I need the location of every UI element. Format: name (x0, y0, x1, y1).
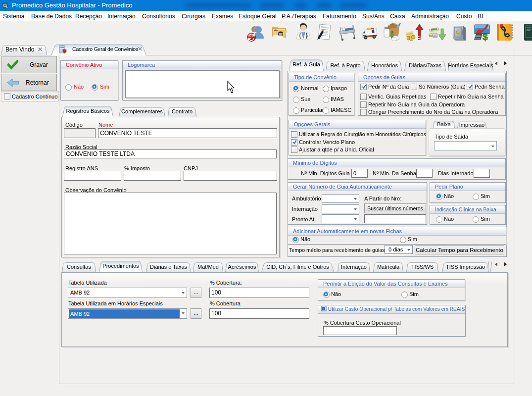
svg-text:$: $ (483, 32, 488, 42)
